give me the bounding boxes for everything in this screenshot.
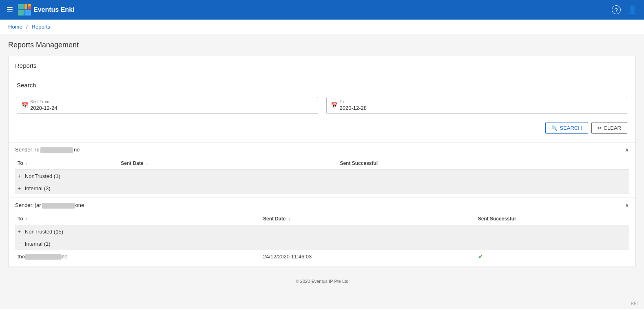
clear-icon: ✂ xyxy=(598,125,602,131)
sender-label-1: Sender: Idne xyxy=(15,147,80,153)
logo-svg xyxy=(18,4,31,16)
table-container-1: To ↑ Sent Date ↓ Sent Successful xyxy=(9,157,635,198)
data-table-1: To ↑ Sent Date ↓ Sent Successful xyxy=(15,157,629,194)
sent-from-label: Sent From: xyxy=(30,100,314,104)
to-suffix: ne xyxy=(62,253,67,260)
expand-icon-1a: + xyxy=(18,173,21,179)
search-button-label: SEARCH xyxy=(560,125,582,131)
expand-icon-1b: + xyxy=(18,185,21,191)
svg-rect-1 xyxy=(18,10,24,16)
col-sent-successful-2: Sent Successful xyxy=(476,213,629,225)
search-button[interactable]: 🔍 SEARCH xyxy=(545,122,588,134)
to-label: To: xyxy=(340,100,623,104)
data-table-2: To ↑ Sent Date ↓ Sent Successful xyxy=(15,213,629,263)
data-row-1: thone 24/12/2020 11:46:03 ✔ xyxy=(15,250,629,263)
svg-rect-3 xyxy=(28,4,31,7)
svg-rect-4 xyxy=(28,7,31,9)
to-value: 2020-12-28 xyxy=(340,105,623,111)
sender-header-1[interactable]: Sender: Idne ∧ xyxy=(9,142,635,157)
search-section: Search 📅 Sent From: 2020-12-24 📅 To: 202… xyxy=(9,75,635,142)
col-to-1[interactable]: To ↑ xyxy=(15,157,118,170)
clear-button-label: CLEAR xyxy=(604,125,621,131)
sort-icon-date-2: ↓ xyxy=(288,217,290,221)
to-prefix: tho xyxy=(18,253,25,260)
clear-button[interactable]: ✂ CLEAR xyxy=(591,122,627,134)
chevron-up-icon-1: ∧ xyxy=(625,147,629,153)
calendar-icon-from: 📅 xyxy=(21,102,28,109)
group-row-nontrusted-1[interactable]: + NonTrusted (1) xyxy=(15,170,629,182)
group-row-nontrusted-2[interactable]: + NonTrusted (15) xyxy=(15,225,629,238)
sort-icon-date-1: ↓ xyxy=(146,161,148,166)
breadcrumb: Home / Reports xyxy=(0,20,644,34)
page-title: Reports Management xyxy=(8,41,636,49)
col-sent-successful-1: Sent Successful xyxy=(337,157,629,170)
hamburger-icon[interactable]: ☰ xyxy=(7,5,13,14)
search-fields: 📅 Sent From: 2020-12-24 📅 To: 2020-12-28 xyxy=(17,97,627,114)
logo: Eventus Enki xyxy=(18,4,74,16)
sender-block-2: Sender: jarone ∧ To ↑ xyxy=(9,198,635,267)
col-sent-date-2[interactable]: Sent Date ↓ xyxy=(261,213,476,225)
group-label-2b: Internal (1) xyxy=(25,241,51,247)
breadcrumb-home[interactable]: Home xyxy=(8,24,22,30)
footer-text: © 2020 Eventus IP Pte Ltd xyxy=(296,279,349,284)
expand-icon-2a: + xyxy=(18,228,21,235)
topnav: ☰ Eventus Enki ? 👤 xyxy=(0,0,644,20)
sender-block-1: Sender: Idne ∧ To ↑ xyxy=(9,142,635,198)
svg-rect-0 xyxy=(18,4,24,9)
breadcrumb-separator: / xyxy=(26,24,28,30)
sent-from-field[interactable]: 📅 Sent From: 2020-12-24 xyxy=(17,97,318,114)
group-row-internal-1[interactable]: + Internal (3) xyxy=(15,182,629,194)
sender-label-2: Sender: jarone xyxy=(15,202,84,209)
data-cell-to: thone xyxy=(15,250,261,263)
search-icon: 🔍 xyxy=(551,125,558,131)
redacted-to xyxy=(25,254,62,260)
group-label-1b: Internal (3) xyxy=(25,185,51,191)
success-checkmark-icon: ✔ xyxy=(478,253,483,260)
sender-header-2[interactable]: Sender: jarone ∧ xyxy=(9,198,635,213)
search-title: Search xyxy=(17,82,627,89)
col-sent-date-1[interactable]: Sent Date ↓ xyxy=(118,157,337,170)
topnav-left: ☰ Eventus Enki xyxy=(7,4,74,16)
calendar-icon-to: 📅 xyxy=(331,102,338,109)
topnav-right: ? 👤 xyxy=(612,5,637,15)
data-cell-date: 24/12/2020 11:46:03 xyxy=(261,250,476,263)
user-icon[interactable]: 👤 xyxy=(627,5,637,15)
col-to-2[interactable]: To ↑ xyxy=(15,213,261,225)
results-section: Sender: Idne ∧ To ↑ xyxy=(9,142,635,267)
svg-rect-5 xyxy=(24,10,31,13)
group-label-1a: NonTrusted (1) xyxy=(25,173,60,179)
logo-text: Eventus Enki xyxy=(33,6,74,13)
breadcrumb-reports[interactable]: Reports xyxy=(32,24,51,30)
sent-from-value: 2020-12-24 xyxy=(30,105,314,111)
page-content: Reports Management Reports Search 📅 Sent… xyxy=(0,34,644,274)
reports-card: Reports Search 📅 Sent From: 2020-12-24 📅… xyxy=(8,56,636,267)
group-label-2a: NonTrusted (15) xyxy=(25,229,63,235)
reports-card-header: Reports xyxy=(9,56,635,75)
to-field[interactable]: 📅 To: 2020-12-28 xyxy=(326,97,628,114)
sort-icon-to-1: ↑ xyxy=(26,161,28,166)
table-container-2: To ↑ Sent Date ↓ Sent Successful xyxy=(9,213,635,267)
svg-rect-6 xyxy=(24,13,31,16)
help-icon[interactable]: ? xyxy=(612,5,621,14)
sort-icon-to-2: ↑ xyxy=(26,217,28,221)
page-footer: © 2020 Eventus IP Pte Ltd xyxy=(0,274,644,289)
search-actions: 🔍 SEARCH ✂ CLEAR xyxy=(17,122,627,134)
chevron-up-icon-2: ∧ xyxy=(625,202,629,209)
expand-icon-2b: − xyxy=(18,240,21,247)
svg-rect-2 xyxy=(24,4,27,9)
data-cell-success: ✔ xyxy=(476,250,629,263)
group-row-internal-2[interactable]: − Internal (1) xyxy=(15,238,629,250)
